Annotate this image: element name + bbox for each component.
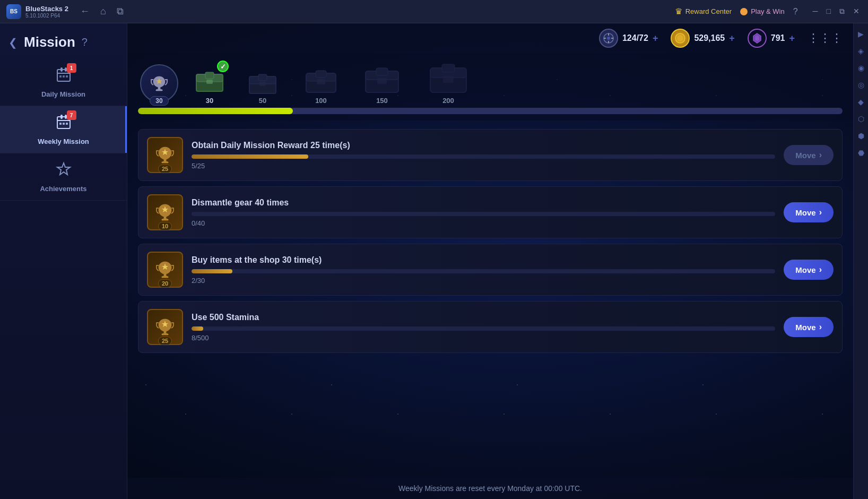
svg-rect-5 xyxy=(63,75,65,78)
svg-point-15 xyxy=(607,37,610,40)
svg-rect-35 xyxy=(316,71,326,78)
svg-rect-31 xyxy=(258,74,267,81)
close-btn[interactable]: ✕ xyxy=(851,6,862,17)
svg-rect-27 xyxy=(205,72,214,79)
mission-info-2: Dismantle gear 40 times 0/40 xyxy=(192,198,775,227)
topbar-icons: ? xyxy=(793,7,798,16)
mission-name-3: Buy items at the shop 30 time(s) xyxy=(192,255,775,265)
mission-reward-icon-3: 20 xyxy=(147,252,183,288)
svg-rect-28 xyxy=(206,80,213,84)
sidebar-btn-2[interactable]: ◉ xyxy=(856,62,866,74)
minimize-btn[interactable]: ─ xyxy=(811,6,820,17)
achievements-icon xyxy=(55,165,72,181)
svg-rect-36 xyxy=(317,79,325,84)
sidebar-btn-4[interactable]: ◆ xyxy=(856,96,866,108)
mission-progress-text-2: 0/40 xyxy=(192,219,775,227)
milestone-50: 50 xyxy=(233,66,292,105)
mission-progress-bar-bg-1 xyxy=(192,154,775,159)
mission-back-btn[interactable]: ❮ xyxy=(8,36,18,49)
maximize-btn[interactable]: ⧉ xyxy=(837,6,847,17)
mission-list: 25 Obtain Daily Mission Reward 25 time(s… xyxy=(127,121,853,478)
mission-help-btn[interactable]: ? xyxy=(82,36,88,48)
mission-reward-icon-4: 25 xyxy=(147,309,183,345)
daily-icon-badge: 1 xyxy=(55,66,72,87)
content-area: 124/72 + 529,165 + xyxy=(127,23,853,499)
compass-stat: 124/72 + xyxy=(599,29,658,48)
compass-plus-btn[interactable]: + xyxy=(653,33,658,44)
milestone-100: 100 xyxy=(292,64,350,105)
coin-icon xyxy=(671,29,690,48)
crystal-icon xyxy=(748,29,767,48)
svg-rect-13 xyxy=(66,123,68,125)
mission-move-btn-2[interactable]: Move › xyxy=(784,202,834,222)
app-version: 5.10.1002 P64 xyxy=(25,13,68,19)
mission-progress-fill-1 xyxy=(192,154,308,159)
daily-mission-label: Daily Mission xyxy=(41,90,85,98)
weekly-mission-badge: 7 xyxy=(67,110,76,120)
reset-text: Weekly Missions are reset every Monday a… xyxy=(398,484,582,493)
mission-card-3: 20 Buy items at the shop 30 time(s) 2/30… xyxy=(138,244,843,296)
mission-progress-text-3: 2/30 xyxy=(192,277,775,285)
crystals-plus-btn[interactable]: + xyxy=(789,33,795,44)
mission-progress-bar-bg-2 xyxy=(192,212,775,216)
mission-move-btn-1[interactable]: Move › xyxy=(784,145,834,165)
mission-progress-bar-bg-3 xyxy=(192,269,775,273)
mission-info-4: Use 500 Stamina 8/500 xyxy=(192,313,775,342)
mission-progress-fill-4 xyxy=(192,326,203,331)
compass-value: 124/72 xyxy=(622,33,648,43)
mission-header: ❮ Mission ? xyxy=(0,30,127,59)
mission-move-btn-3[interactable]: Move › xyxy=(784,260,834,280)
move-arrow-1: › xyxy=(819,150,822,160)
sidebar-btn-1[interactable]: ◈ xyxy=(856,45,866,57)
sidebar-btn-5[interactable]: ⬡ xyxy=(856,113,866,125)
daily-mission-badge: 1 xyxy=(67,63,76,73)
app-name: BlueStacks 2 xyxy=(25,5,68,13)
milestone-trophy: 30 xyxy=(138,62,180,105)
play-win-btn[interactable]: Play & Win xyxy=(740,7,785,15)
progress-section: 30 ✓ xyxy=(127,53,853,121)
more-options-btn[interactable]: ⋮⋮⋮ xyxy=(808,31,843,45)
svg-rect-45 xyxy=(443,76,454,83)
sidebar-collapse-btn[interactable]: ▶ xyxy=(856,28,866,40)
mission-reward-icon-2: 10 xyxy=(147,194,183,230)
progress-bar-fill xyxy=(138,108,293,114)
question-icon[interactable]: ? xyxy=(793,7,798,16)
restore-btn[interactable]: □ xyxy=(824,6,833,17)
nav-achievements[interactable]: Achievements xyxy=(0,153,127,201)
mission-move-btn-4[interactable]: Move › xyxy=(784,317,834,337)
svg-rect-39 xyxy=(376,68,388,75)
sidebar-btn-7[interactable]: ⬣ xyxy=(856,147,866,159)
topbar-right: ♛ Reward Center Play & Win ? ─ □ ⧉ ✕ xyxy=(675,6,862,17)
sidebar-btn-3[interactable]: ◎ xyxy=(856,79,866,91)
mission-info-1: Obtain Daily Mission Reward 25 time(s) 5… xyxy=(192,141,775,170)
crystals-stat: 791 + xyxy=(748,29,795,48)
reward-badge-3: 20 xyxy=(158,279,172,288)
move-arrow-2: › xyxy=(819,208,822,217)
mission-card-2: 10 Dismantle gear 40 times 0/40 Move › xyxy=(138,186,843,238)
reward-badge-2: 10 xyxy=(158,222,172,230)
coins-plus-btn[interactable]: + xyxy=(729,33,735,44)
achievements-label: Achievements xyxy=(40,185,86,193)
svg-rect-6 xyxy=(66,75,68,78)
mission-name-1: Obtain Daily Mission Reward 25 time(s) xyxy=(192,141,775,150)
app-logo: BS BlueStacks 2 5.10.1002 P64 xyxy=(6,4,68,19)
back-nav-icon[interactable]: ← xyxy=(77,5,93,18)
weekly-mission-label: Weekly Mission xyxy=(38,137,89,145)
nav-daily-mission[interactable]: 1 Daily Mission xyxy=(0,59,127,106)
reward-badge-1: 25 xyxy=(158,165,172,173)
right-sidebar: ▶ ◈ ◉ ◎ ◆ ⬡ ⬢ ⬣ xyxy=(853,23,868,499)
sidebar-btn-6[interactable]: ⬢ xyxy=(856,130,866,142)
windows-nav-icon[interactable]: ⧉ xyxy=(114,5,127,18)
achievements-icon-badge xyxy=(55,161,72,182)
nav-weekly-mission[interactable]: 7 Weekly Mission xyxy=(0,106,127,153)
mission-name-4: Use 500 Stamina xyxy=(192,313,775,322)
svg-rect-32 xyxy=(259,82,266,86)
home-nav-icon[interactable]: ⌂ xyxy=(97,5,109,18)
svg-point-21 xyxy=(677,35,683,41)
reward-center-btn[interactable]: ♛ Reward Center xyxy=(675,6,732,16)
mission-progress-fill-3 xyxy=(192,269,232,273)
mission-card-1: 25 Obtain Daily Mission Reward 25 time(s… xyxy=(138,129,843,181)
milestone-30-completed: ✓ 30 xyxy=(186,64,233,105)
left-sidebar: ❮ Mission ? 1 xyxy=(0,23,127,499)
svg-rect-1 xyxy=(60,67,63,72)
